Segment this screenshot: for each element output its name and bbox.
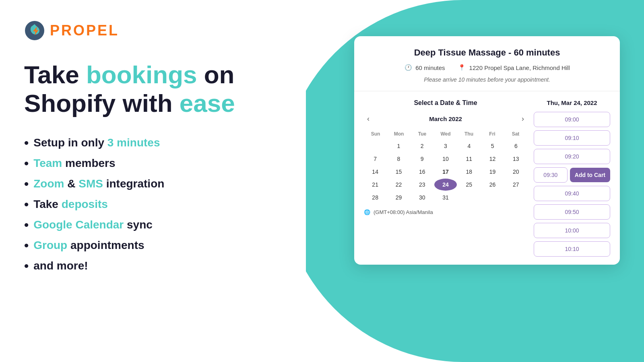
meta-duration: 🕐 60 minutes [404, 64, 445, 72]
feature-item-7: and more! [24, 259, 282, 274]
cal-day-18[interactable]: 18 [458, 166, 480, 178]
timezone-row: 🌐 (GMT+08:00) Asia/Manila [364, 209, 527, 215]
next-month-button[interactable]: › [518, 113, 527, 125]
cal-day-30[interactable]: 30 [411, 191, 433, 204]
day-name-sat: Sat [504, 130, 527, 138]
time-section: Thu, Mar 24, 2022 09:00 09:10 09:20 09:3… [534, 99, 610, 257]
cal-day-26[interactable]: 26 [481, 179, 504, 191]
cal-empty-3 [505, 191, 527, 204]
widget-body: Select a Date & Time ‹ March 2022 › Sun … [354, 91, 620, 265]
cal-day-28[interactable]: 28 [364, 191, 386, 204]
calendar-grid: Sun Mon Tue Wed Thu Fri Sat 1 2 3 4 5 6 [364, 130, 527, 204]
cal-day-14[interactable]: 14 [364, 166, 386, 178]
day-name-fri: Fri [481, 130, 504, 138]
cal-day-23[interactable]: 23 [411, 179, 433, 191]
cal-day-1[interactable]: 1 [387, 140, 410, 152]
location-icon: 📍 [458, 64, 466, 72]
cal-day-19[interactable]: 19 [481, 166, 504, 178]
feature-item-1: Setup in only 3 minutes [24, 136, 282, 150]
time-slot-0910[interactable]: 09:10 [534, 130, 610, 146]
day-name-wed: Wed [434, 130, 457, 138]
feature-item-6: Group appointments [24, 238, 282, 253]
cal-day-6[interactable]: 6 [505, 140, 527, 152]
cal-day-22[interactable]: 22 [387, 179, 410, 191]
cal-day-4[interactable]: 4 [458, 140, 480, 152]
feature-list: Setup in only 3 minutes Team members Zoo… [24, 136, 282, 274]
month-year-label: March 2022 [429, 115, 462, 122]
cal-day-12[interactable]: 12 [481, 153, 504, 165]
cal-day-17[interactable]: 17 [434, 166, 457, 178]
headline: Take bookings on Shopify with ease [24, 60, 282, 118]
feature-item-3: Zoom & SMS integration [24, 177, 282, 191]
feature-item-4: Take deposits [24, 197, 282, 212]
cal-day-9[interactable]: 9 [411, 153, 433, 165]
time-slot-1000[interactable]: 10:00 [534, 223, 610, 238]
calendar-days-header: Sun Mon Tue Wed Thu Fri Sat [364, 130, 527, 138]
time-slot-0920[interactable]: 09:20 [534, 149, 610, 164]
time-slot-0900[interactable]: 09:00 [534, 112, 610, 127]
widget-note: Please arrive 10 minutes before your app… [367, 76, 607, 83]
meta-location: 📍 1220 Propel Spa Lane, Richmond Hill [458, 64, 570, 72]
day-name-thu: Thu [457, 130, 481, 138]
select-date-label: Select a Date & Time [364, 99, 527, 107]
feature-item-2: Team members [24, 156, 282, 171]
calendar-section: Select a Date & Time ‹ March 2022 › Sun … [364, 99, 527, 257]
propel-logo-icon [24, 20, 45, 41]
time-slot-0940[interactable]: 09:40 [534, 186, 610, 201]
cal-day-13[interactable]: 13 [505, 153, 527, 165]
day-name-sun: Sun [364, 130, 387, 138]
time-slot-row-0930: 09:30 Add to Cart [534, 167, 610, 183]
duration-text: 60 minutes [415, 64, 445, 71]
widget-title: Deep Tissue Massage - 60 minutes [367, 47, 607, 58]
location-text: 1220 Propel Spa Lane, Richmond Hill [469, 64, 570, 71]
headline-part2: on [197, 61, 235, 88]
cal-day-3[interactable]: 3 [434, 140, 457, 152]
cal-empty-1 [458, 191, 480, 204]
cal-day-5[interactable]: 5 [481, 140, 504, 152]
clock-icon: 🕐 [404, 64, 412, 72]
cal-day-16[interactable]: 16 [411, 166, 433, 178]
selected-date-label: Thu, Mar 24, 2022 [534, 99, 610, 106]
calendar-nav: ‹ March 2022 › [364, 113, 527, 125]
cal-day-empty [364, 140, 386, 152]
calendar-days: 1 2 3 4 5 6 7 8 9 10 11 12 13 14 15 16 [364, 140, 527, 204]
cal-day-25[interactable]: 25 [458, 179, 480, 191]
globe-icon: 🌐 [364, 209, 370, 215]
cal-day-27[interactable]: 27 [505, 179, 527, 191]
cal-day-11[interactable]: 11 [458, 153, 480, 165]
cal-day-24[interactable]: 24 [434, 179, 457, 191]
cal-empty-2 [481, 191, 504, 204]
cal-day-10[interactable]: 10 [434, 153, 457, 165]
headline-part3: Shopify with [24, 89, 180, 117]
time-slot-0950[interactable]: 09:50 [534, 204, 610, 220]
cal-day-31[interactable]: 31 [434, 191, 457, 204]
cal-day-29[interactable]: 29 [387, 191, 410, 204]
headline-accent2: ease [180, 89, 235, 117]
add-to-cart-button[interactable]: Add to Cart [570, 168, 610, 182]
cal-day-8[interactable]: 8 [387, 153, 410, 165]
booking-widget: Deep Tissue Massage - 60 minutes 🕐 60 mi… [354, 36, 620, 265]
feature-item-5: Google Calendar sync [24, 218, 282, 232]
timezone-label: (GMT+08:00) Asia/Manila [374, 209, 433, 215]
widget-header: Deep Tissue Massage - 60 minutes 🕐 60 mi… [354, 36, 620, 91]
left-panel: PROPEL Take bookings on Shopify with eas… [0, 0, 306, 362]
cal-day-21[interactable]: 21 [364, 179, 386, 191]
time-slots-list: 09:00 09:10 09:20 09:30 Add to Cart 09:4… [534, 112, 610, 257]
cal-day-7[interactable]: 7 [364, 153, 386, 165]
cal-day-20[interactable]: 20 [505, 166, 527, 178]
brand-name: PROPEL [50, 22, 119, 39]
headline-part1: Take [24, 61, 86, 88]
logo-area: PROPEL [24, 20, 282, 41]
time-slot-0930[interactable]: 09:30 [534, 167, 568, 183]
prev-month-button[interactable]: ‹ [364, 113, 373, 125]
cal-day-15[interactable]: 15 [387, 166, 410, 178]
headline-accent1: bookings [86, 61, 197, 88]
cal-day-2[interactable]: 2 [411, 140, 433, 152]
day-name-mon: Mon [387, 130, 411, 138]
widget-meta: 🕐 60 minutes 📍 1220 Propel Spa Lane, Ric… [367, 64, 607, 72]
time-slot-1010[interactable]: 10:10 [534, 241, 610, 257]
day-name-tue: Tue [411, 130, 434, 138]
